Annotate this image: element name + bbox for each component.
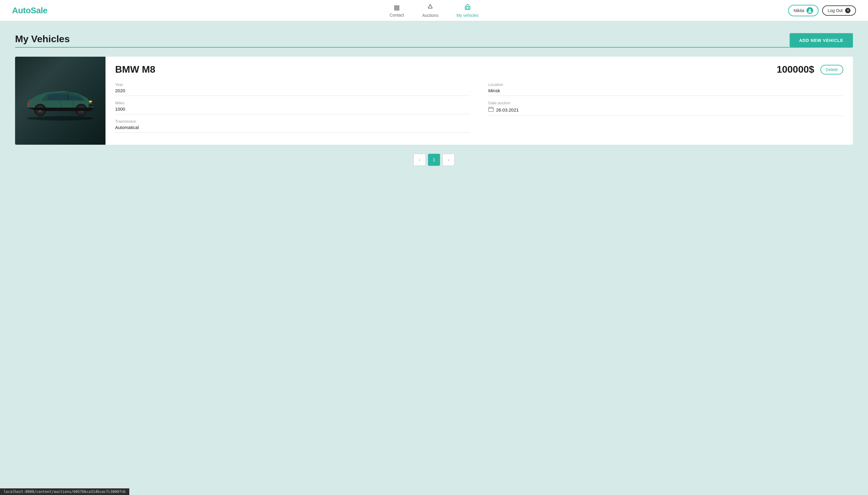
location-label: Location	[488, 82, 843, 87]
header-actions: Nikita Log Out ✕	[788, 5, 856, 16]
date-auction-value-row: 26.03.2021	[488, 106, 843, 116]
nav-auctions[interactable]: Auctions	[422, 3, 438, 18]
main-content: My Vehicles ADD NEW VEHICLE	[0, 21, 868, 178]
pagination-prev[interactable]: ‹	[414, 154, 426, 166]
pagination-page-1[interactable]: 1	[428, 154, 440, 166]
header: AutoSale ▦ Contact Auctions	[0, 0, 868, 21]
nav-my-vehicles[interactable]: My vehicles	[456, 3, 478, 18]
status-url: localhost:8080/content/auctions/6057bbca…	[4, 490, 126, 494]
vehicle-fields: Year 2020 Miles 1000 Trasmission Automat…	[115, 82, 843, 137]
user-icon	[806, 7, 813, 14]
location-field: Location Minsk	[488, 82, 843, 96]
year-field: Year 2020	[115, 82, 470, 96]
date-auction-field: Date auction 26.03.2021	[488, 101, 843, 116]
vehicle-name: BMW M8	[115, 64, 155, 75]
svg-point-10	[89, 101, 92, 102]
year-value: 2020	[115, 88, 470, 96]
logout-label: Log Out	[828, 8, 843, 13]
status-bar: localhost:8080/content/auctions/6057bbca…	[0, 488, 129, 495]
vehicle-price: 100000$	[777, 64, 814, 75]
logout-button[interactable]: Log Out ✕	[822, 5, 856, 16]
pagination-next[interactable]: ›	[442, 154, 454, 166]
nav-my-vehicles-label: My vehicles	[456, 13, 478, 18]
pagination: ‹ 1 ›	[15, 154, 853, 166]
close-icon: ✕	[845, 8, 851, 13]
user-name: Nikita	[794, 8, 804, 13]
svg-rect-8	[90, 104, 92, 106]
svg-rect-20	[489, 107, 493, 112]
transmission-label: Trasmission	[115, 119, 470, 124]
vehicle-price-delete: 100000$ Delete	[777, 64, 843, 75]
year-label: Year	[115, 82, 470, 87]
location-value: Minsk	[488, 88, 843, 96]
calendar-icon	[488, 106, 494, 113]
transmission-value: Automatical	[115, 125, 470, 133]
main-nav: ▦ Contact Auctions My vehicles	[389, 3, 478, 18]
svg-point-3	[27, 116, 94, 121]
miles-value: 1000	[115, 106, 470, 114]
svg-rect-1	[466, 7, 469, 9]
vehicle-card: BMW M8 100000$ Delete Year 2020 Miles 10…	[15, 57, 853, 145]
nav-auctions-label: Auctions	[422, 13, 438, 18]
page-header: My Vehicles ADD NEW VEHICLE	[15, 33, 853, 48]
add-vehicle-button[interactable]: ADD NEW VEHICLE	[789, 33, 853, 48]
date-auction-label: Date auction	[488, 101, 843, 105]
date-auction-value: 26.03.2021	[496, 107, 519, 113]
svg-point-2	[809, 9, 811, 11]
miles-field: Miles 1000	[115, 101, 470, 114]
home-icon	[464, 3, 471, 12]
vehicle-top-row: BMW M8 100000$ Delete	[115, 64, 843, 75]
svg-rect-11	[27, 103, 29, 106]
logo: AutoSale	[12, 6, 47, 15]
contact-icon: ▦	[394, 4, 400, 12]
transmission-field: Trasmission Automatical	[115, 119, 470, 133]
vehicle-image	[15, 57, 105, 145]
user-button[interactable]: Nikita	[788, 5, 819, 16]
page-title: My Vehicles	[15, 33, 789, 48]
delete-button[interactable]: Delete	[820, 65, 843, 74]
nav-contact[interactable]: ▦ Contact	[389, 4, 404, 17]
miles-label: Miles	[115, 101, 470, 105]
nav-contact-label: Contact	[389, 13, 404, 17]
auctions-icon	[427, 3, 434, 12]
vehicle-details: BMW M8 100000$ Delete Year 2020 Miles 10…	[105, 57, 853, 145]
